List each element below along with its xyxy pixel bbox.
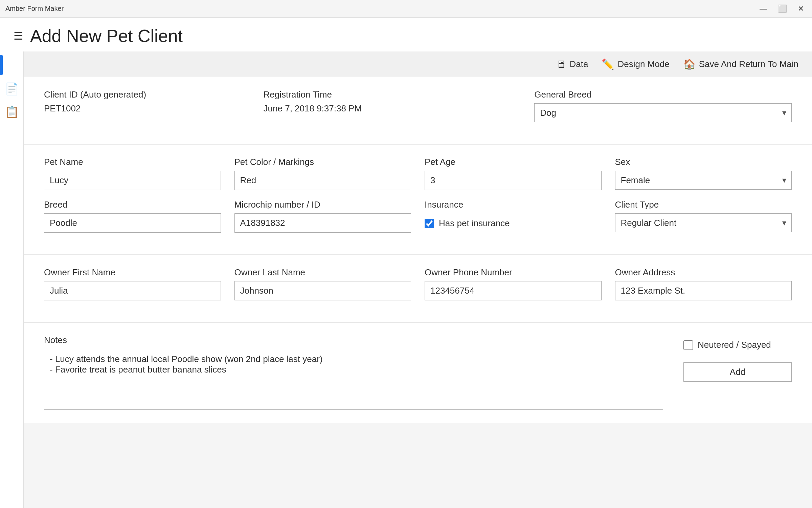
client-type-label: Client Type [615, 199, 792, 210]
section-owner-info: Owner First Name Owner Last Name Owner P… [24, 255, 812, 323]
section3-row: Owner First Name Owner Last Name Owner P… [44, 267, 792, 300]
title-bar-left: Amber Form Maker [5, 5, 64, 13]
pet-color-group: Pet Color / Markings [234, 157, 411, 190]
registration-time-label: Registration Time [264, 89, 521, 100]
data-icon: 🖥 [556, 59, 566, 70]
close-button[interactable]: ✕ [795, 3, 807, 15]
owner-last-name-label: Owner Last Name [234, 267, 411, 278]
owner-first-name-label: Owner First Name [44, 267, 221, 278]
has-insurance-group: Has pet insurance [425, 218, 602, 229]
registration-time-value: June 7, 2018 9:37:38 PM [264, 103, 521, 114]
owner-first-name-group: Owner First Name [44, 267, 221, 300]
owner-first-name-input[interactable] [44, 281, 221, 300]
owner-phone-input[interactable] [425, 281, 602, 300]
pet-name-input[interactable] [44, 171, 221, 190]
breed-input[interactable] [44, 213, 221, 233]
data-button[interactable]: 🖥 Data [556, 59, 588, 70]
owner-phone-group: Owner Phone Number [425, 267, 602, 300]
breed-label: Breed [44, 199, 221, 210]
main-layout: 📄 📋 🖥 Data ✏️ Design Mode 🏠 Save And Ret… [0, 51, 812, 508]
notes-right: Neutered / Spayed Add [683, 335, 792, 382]
app-title: Amber Form Maker [5, 5, 64, 13]
owner-address-label: Owner Address [615, 267, 792, 278]
design-mode-button[interactable]: ✏️ Design Mode [602, 58, 669, 70]
form-container: Client ID (Auto generated) PET1002 Regis… [24, 77, 812, 423]
general-breed-select[interactable]: Dog Cat Bird Rabbit Other [534, 103, 792, 122]
toolbar: 🖥 Data ✏️ Design Mode 🏠 Save And Return … [24, 51, 812, 77]
notes-left: Notes - Lucy attends the annual local Po… [44, 335, 663, 410]
neutered-label[interactable]: Neutered / Spayed [698, 340, 771, 350]
neutered-group: Neutered / Spayed [683, 340, 792, 350]
section2-row1: Pet Name Pet Color / Markings Pet Age Se… [44, 157, 792, 190]
client-type-select[interactable]: Regular Client VIP Client New Client [615, 213, 792, 232]
general-breed-select-wrapper: Dog Cat Bird Rabbit Other [534, 103, 792, 122]
title-bar: Amber Form Maker — ⬜ ✕ [0, 0, 812, 18]
sex-group: Sex Female Male [615, 157, 792, 190]
general-breed-label: General Breed [534, 89, 792, 100]
minimize-button[interactable]: — [757, 3, 770, 15]
pet-age-label: Pet Age [425, 157, 602, 167]
sidebar: 📄 📋 [0, 51, 24, 508]
client-type-select-wrapper: Regular Client VIP Client New Client [615, 213, 792, 232]
owner-phone-label: Owner Phone Number [425, 267, 602, 278]
section-notes: Notes - Lucy attends the annual local Po… [24, 323, 812, 423]
client-type-group: Client Type Regular Client VIP Client Ne… [615, 199, 792, 233]
notes-row: Notes - Lucy attends the annual local Po… [44, 335, 792, 410]
sidebar-clipboard-icon[interactable]: 📋 [2, 102, 22, 121]
section2-row2: Breed Microchip number / ID Insurance Ha… [44, 199, 792, 233]
save-return-label: Save And Return To Main [699, 59, 798, 69]
sidebar-active-indicator [0, 55, 3, 75]
owner-address-group: Owner Address [615, 267, 792, 300]
insurance-group: Insurance Has pet insurance [425, 199, 602, 233]
sidebar-document-icon[interactable]: 📄 [2, 79, 22, 98]
pet-color-label: Pet Color / Markings [234, 157, 411, 167]
sex-label: Sex [615, 157, 792, 167]
client-id-group: Client ID (Auto generated) PET1002 [44, 89, 250, 122]
design-mode-label: Design Mode [617, 59, 669, 69]
app-header: ☰ Add New Pet Client [0, 18, 812, 51]
page-title: Add New Pet Client [30, 26, 183, 46]
notes-textarea[interactable]: - Lucy attends the annual local Poodle s… [44, 349, 663, 410]
content-area: 🖥 Data ✏️ Design Mode 🏠 Save And Return … [24, 51, 812, 508]
maximize-button[interactable]: ⬜ [775, 3, 790, 15]
client-id-label: Client ID (Auto generated) [44, 89, 250, 100]
notes-label: Notes [44, 335, 663, 345]
microchip-group: Microchip number / ID [234, 199, 411, 233]
save-return-button[interactable]: 🏠 Save And Return To Main [683, 58, 798, 70]
pet-name-label: Pet Name [44, 157, 221, 167]
section1-row: Client ID (Auto generated) PET1002 Regis… [44, 89, 792, 122]
add-button[interactable]: Add [683, 362, 792, 382]
pet-color-input[interactable] [234, 171, 411, 190]
pet-age-group: Pet Age [425, 157, 602, 190]
registration-time-group: Registration Time June 7, 2018 9:37:38 P… [264, 89, 521, 122]
pet-name-group: Pet Name [44, 157, 221, 190]
microchip-input[interactable] [234, 213, 411, 233]
owner-address-input[interactable] [615, 281, 792, 300]
data-label: Data [570, 59, 588, 69]
microchip-label: Microchip number / ID [234, 199, 411, 210]
has-insurance-checkbox[interactable] [425, 219, 434, 228]
sex-select-wrapper: Female Male [615, 171, 792, 190]
owner-last-name-group: Owner Last Name [234, 267, 411, 300]
owner-last-name-input[interactable] [234, 281, 411, 300]
section-client-info: Client ID (Auto generated) PET1002 Regis… [24, 77, 812, 145]
sex-select[interactable]: Female Male [615, 171, 792, 190]
save-return-icon: 🏠 [683, 58, 696, 70]
has-insurance-label[interactable]: Has pet insurance [439, 218, 510, 229]
title-bar-controls: — ⬜ ✕ [757, 3, 807, 15]
neutered-checkbox[interactable] [683, 340, 693, 350]
design-mode-icon: ✏️ [602, 58, 614, 70]
client-id-value: PET1002 [44, 103, 250, 114]
section-pet-info: Pet Name Pet Color / Markings Pet Age Se… [24, 145, 812, 255]
insurance-label: Insurance [425, 199, 602, 210]
pet-age-input[interactable] [425, 171, 602, 190]
hamburger-menu-icon[interactable]: ☰ [14, 29, 23, 42]
breed-group: Breed [44, 199, 221, 233]
general-breed-group: General Breed Dog Cat Bird Rabbit Other [534, 89, 792, 122]
